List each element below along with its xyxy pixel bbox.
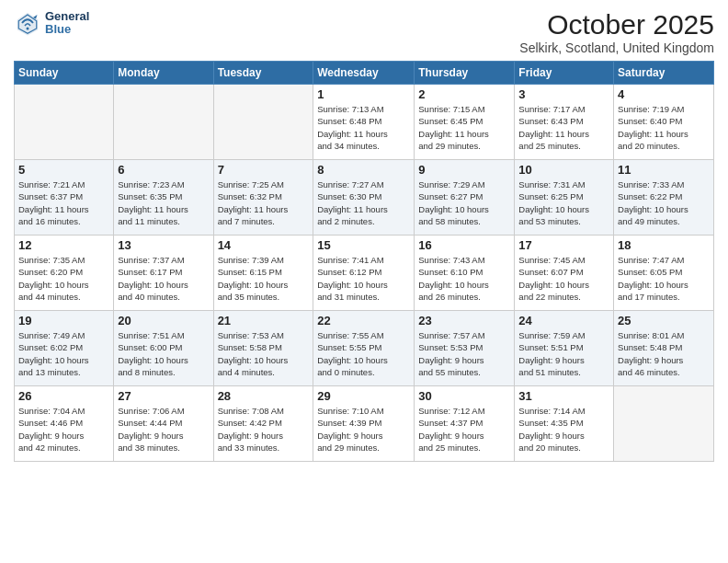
title-section: October 2025 Selkirk, Scotland, United K… [519,9,714,55]
day-info: Sunrise: 7:51 AMSunset: 6:00 PMDaylight:… [118,329,209,378]
day-info-line: and 31 minutes. [317,292,380,302]
day-info-line: and 38 minutes. [118,442,180,453]
day-info-line: and 29 minutes. [418,141,481,151]
day-info-line: Sunrise: 8:01 AM [618,330,684,340]
calendar-cell: 16Sunrise: 7:43 AMSunset: 6:10 PMDayligh… [415,236,515,311]
day-info-line: Sunrise: 7:43 AM [418,255,484,265]
day-info-line: Daylight: 10 hours [618,204,688,214]
day-info-line: Sunset: 6:30 PM [317,191,381,201]
day-info-line: Daylight: 10 hours [518,204,589,214]
day-info-line: Sunrise: 7:08 AM [218,406,284,416]
calendar-cell: 20Sunrise: 7:51 AMSunset: 6:00 PMDayligh… [114,311,213,386]
day-info-line: Sunrise: 7:55 AM [317,330,383,340]
day-info-line: Sunrise: 7:10 AM [317,406,383,416]
day-info-line: Daylight: 9 hours [418,431,483,441]
day-info-line: and 17 minutes. [618,292,680,302]
day-info-line: and 53 minutes. [518,216,581,226]
day-info-line: Sunrise: 7:49 AM [18,330,85,340]
day-info-line: Daylight: 9 hours [18,431,84,441]
day-info-line: Sunset: 6:48 PM [317,116,381,126]
day-number: 2 [418,87,510,101]
calendar-week-row: 26Sunrise: 7:04 AMSunset: 4:46 PMDayligh… [15,386,714,462]
day-number: 16 [418,238,510,252]
calendar-header-row: SundayMondayTuesdayWednesdayThursdayFrid… [15,62,714,85]
day-number: 4 [618,87,710,101]
logo-blue: Blue [45,23,89,36]
calendar-week-row: 12Sunrise: 7:35 AMSunset: 6:20 PMDayligh… [15,236,714,311]
day-number: 30 [418,389,510,403]
day-number: 3 [518,87,609,101]
day-number: 9 [418,163,510,177]
day-info-line: and 11 minutes. [118,216,180,226]
day-info-line: and 33 minutes. [218,442,280,453]
day-info-line: Daylight: 10 hours [418,204,489,214]
day-info-line: and 8 minutes. [118,367,175,377]
day-info-line: Daylight: 10 hours [317,280,388,290]
day-info: Sunrise: 7:33 AMSunset: 6:22 PMDaylight:… [618,178,710,227]
day-info-line: and 51 minutes. [518,367,581,377]
day-info-line: and 13 minutes. [18,367,81,377]
day-info-line: Daylight: 10 hours [317,355,388,365]
day-info: Sunrise: 7:47 AMSunset: 6:05 PMDaylight:… [618,254,710,303]
day-info-line: and 16 minutes. [18,216,81,226]
calendar-week-row: 1Sunrise: 7:13 AMSunset: 6:48 PMDaylight… [15,85,714,160]
day-info-line: Daylight: 11 hours [518,129,589,139]
day-number: 27 [118,389,209,403]
day-info-line: Sunrise: 7:17 AM [518,104,585,114]
day-number: 12 [18,238,109,252]
day-info: Sunrise: 7:31 AMSunset: 6:25 PMDaylight:… [518,178,609,227]
day-info-line: Daylight: 11 hours [317,204,388,214]
logo-general: General [45,10,89,23]
day-number: 19 [18,314,109,327]
day-number: 5 [18,163,109,177]
day-number: 7 [218,163,310,177]
day-info-line: Sunset: 6:20 PM [18,267,83,277]
day-info-line: and 49 minutes. [618,216,680,226]
day-header-thursday: Thursday [415,62,515,85]
day-number: 26 [18,389,109,403]
calendar-table: SundayMondayTuesdayWednesdayThursdayFrid… [14,61,714,462]
day-info-line: Sunrise: 7:39 AM [218,255,284,265]
day-number: 17 [518,238,609,252]
day-number: 24 [518,314,609,327]
day-info: Sunrise: 7:49 AMSunset: 6:02 PMDaylight:… [18,329,109,378]
day-info-line: Sunrise: 7:51 AM [118,330,184,340]
day-info-line: Sunset: 6:35 PM [118,191,182,201]
day-info-line: Sunrise: 7:13 AM [317,104,383,114]
day-info-line: and 25 minutes. [418,442,481,453]
day-number: 6 [118,163,209,177]
day-info-line: Daylight: 10 hours [518,280,589,290]
day-info-line: Sunset: 6:05 PM [618,267,682,277]
day-info-line: Sunset: 6:02 PM [18,342,83,352]
day-info-line: Sunset: 4:35 PM [518,418,583,428]
day-info-line: and 4 minutes. [218,367,275,377]
day-info: Sunrise: 7:25 AMSunset: 6:32 PMDaylight:… [218,178,310,227]
day-info-line: and 20 minutes. [518,442,581,453]
calendar-cell: 23Sunrise: 7:57 AMSunset: 5:53 PMDayligh… [415,311,515,386]
day-info-line: Sunset: 6:12 PM [317,267,381,277]
day-info-line: Sunset: 6:40 PM [618,116,682,126]
day-info-line: Sunrise: 7:29 AM [418,179,484,190]
calendar-cell [614,386,714,462]
day-info: Sunrise: 7:06 AMSunset: 4:44 PMDaylight:… [118,405,209,454]
day-info-line: Daylight: 10 hours [18,280,89,290]
calendar-cell: 7Sunrise: 7:25 AMSunset: 6:32 PMDaylight… [213,160,313,236]
day-info-line: and 26 minutes. [418,292,481,302]
calendar-cell: 8Sunrise: 7:27 AMSunset: 6:30 PMDaylight… [313,160,415,236]
day-info-line: Daylight: 10 hours [118,355,188,365]
day-info-line: and 0 minutes. [317,367,374,377]
day-info-line: and 22 minutes. [518,292,581,302]
day-header-friday: Friday [515,62,614,85]
day-info-line: Daylight: 10 hours [418,280,489,290]
day-info-line: and 25 minutes. [518,141,581,151]
day-info: Sunrise: 7:37 AMSunset: 6:17 PMDaylight:… [118,254,209,303]
month-title: October 2025 [519,9,714,40]
day-info: Sunrise: 7:45 AMSunset: 6:07 PMDaylight:… [518,254,609,303]
day-number: 22 [317,314,410,327]
day-info-line: Sunset: 4:37 PM [418,418,483,428]
day-info-line: Sunrise: 7:25 AM [218,179,284,190]
day-header-wednesday: Wednesday [313,62,415,85]
day-info-line: Sunset: 6:45 PM [418,116,483,126]
day-info: Sunrise: 7:10 AMSunset: 4:39 PMDaylight:… [317,405,410,454]
day-info-line: Sunrise: 7:19 AM [618,104,684,114]
